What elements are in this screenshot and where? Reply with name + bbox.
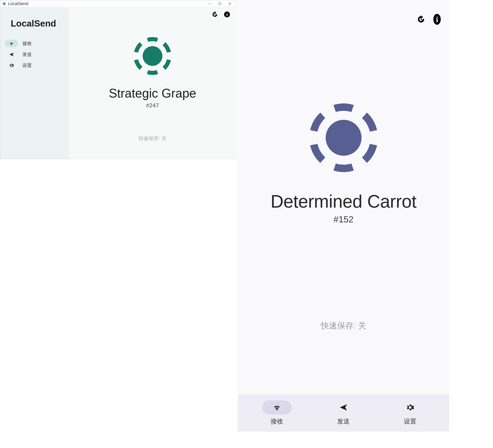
history-button[interactable] xyxy=(211,11,219,18)
send-icon xyxy=(5,51,18,58)
titlebar-left: LocalSend xyxy=(2,1,28,6)
toolbar: i xyxy=(211,11,231,18)
nav-item-send[interactable]: 发送 xyxy=(329,400,358,426)
svg-point-4 xyxy=(143,46,162,66)
mobile-main: Determined Carrot #152 快速保存: 关 xyxy=(238,0,449,394)
minimize-button[interactable] xyxy=(205,0,215,7)
window-controls xyxy=(205,0,235,7)
nav-item-settings[interactable]: 设置 xyxy=(395,400,425,426)
desktop-body: LocalSend 接收 发送 设置 xyxy=(0,7,236,159)
sidebar-item-send[interactable]: 发送 xyxy=(0,49,69,60)
info-button[interactable]: i xyxy=(223,11,231,18)
device-logo xyxy=(305,99,383,178)
window-titlebar: LocalSend xyxy=(0,0,236,7)
app-title: LocalSend xyxy=(11,18,63,29)
mobile-toolbar: i xyxy=(417,16,441,23)
nav-label: 发送 xyxy=(337,417,350,426)
wifi-icon xyxy=(5,40,18,47)
sidebar-item-label: 接收 xyxy=(22,40,32,47)
device-id: #152 xyxy=(334,214,353,225)
info-icon: i xyxy=(224,11,230,17)
quicksave-status: 快速保存: 关 xyxy=(321,320,366,331)
sidebar-item-settings[interactable]: 设置 xyxy=(0,60,69,71)
app-icon xyxy=(2,2,6,5)
sidebar: LocalSend 接收 发送 设置 xyxy=(0,7,69,159)
sidebar-header: LocalSend xyxy=(0,13,69,38)
svg-point-5 xyxy=(326,120,362,156)
device-id: #247 xyxy=(146,102,159,109)
sidebar-item-label: 发送 xyxy=(22,51,32,57)
nav-label: 设置 xyxy=(404,417,416,426)
wifi-icon xyxy=(262,400,291,414)
maximize-button[interactable] xyxy=(215,0,225,7)
device-name: Strategic Grape xyxy=(109,86,196,101)
nav-label: 接收 xyxy=(271,417,283,426)
sidebar-item-label: 设置 xyxy=(22,62,32,69)
quicksave-status: 快速保存: 关 xyxy=(138,135,167,142)
device-name: Determined Carrot xyxy=(270,191,416,212)
close-button[interactable] xyxy=(225,0,235,7)
bottom-nav: 接收 发送 设置 xyxy=(238,394,449,432)
sidebar-item-receive[interactable]: 接收 xyxy=(0,38,69,49)
svg-rect-1 xyxy=(219,3,221,5)
gear-icon xyxy=(395,400,425,414)
info-icon: i xyxy=(433,14,441,25)
desktop-window: LocalSend LocalSend 接收 xyxy=(0,0,236,159)
info-button[interactable]: i xyxy=(433,16,441,23)
history-button[interactable] xyxy=(417,16,425,23)
nav-item-receive[interactable]: 接收 xyxy=(262,400,291,426)
window-title: LocalSend xyxy=(8,1,28,6)
mobile-window: i Determined Carrot #152 xyxy=(238,0,449,432)
desktop-main: i xyxy=(69,7,236,159)
send-icon xyxy=(329,400,358,414)
device-logo xyxy=(131,34,174,78)
gear-icon xyxy=(5,61,18,69)
